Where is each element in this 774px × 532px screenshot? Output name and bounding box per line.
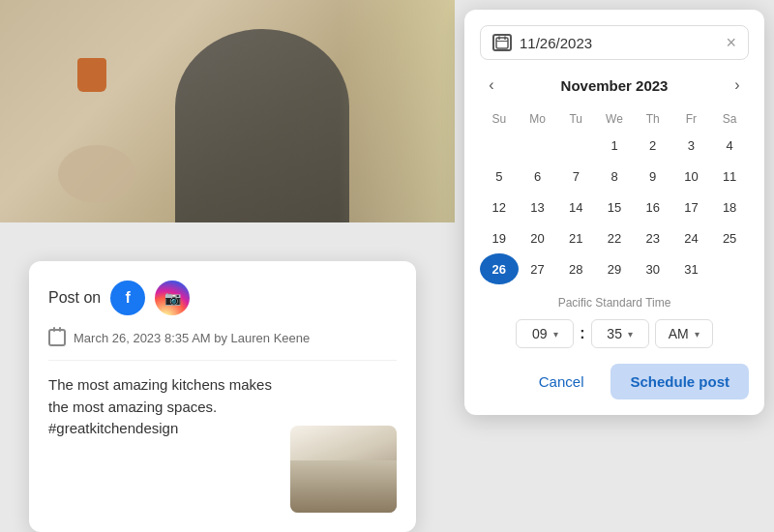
weekday-header: Su (480, 108, 519, 130)
calendar-day[interactable]: 6 (519, 161, 557, 192)
weekday-header: Mo (519, 108, 557, 130)
calendar-day[interactable]: 23 (634, 222, 672, 253)
calendar-day[interactable]: 3 (672, 130, 711, 161)
calendar-day[interactable]: 9 (634, 161, 672, 192)
calendar-small-icon (48, 329, 66, 346)
schedule-post-button[interactable]: Schedule post (610, 364, 749, 399)
calendar-day[interactable]: 13 (519, 192, 557, 222)
time-row: 09 ▾ : 35 ▾ AM ▾ (480, 319, 749, 348)
calendar-day[interactable]: 7 (556, 161, 595, 192)
calendar-day[interactable]: 5 (480, 161, 519, 192)
post-on-label: Post on (48, 289, 101, 307)
timezone-label: Pacific Standard Time (480, 296, 749, 310)
calendar-day[interactable]: 31 (672, 253, 711, 284)
selected-date-value: 11/26/2023 (520, 35, 592, 51)
weekday-header: Tu (556, 108, 595, 130)
calendar-day[interactable]: 24 (672, 222, 711, 253)
post-image-thumbnail (290, 426, 397, 513)
calendar-day[interactable]: 19 (480, 222, 519, 253)
facebook-icon[interactable]: f (110, 281, 145, 315)
action-row: Cancel Schedule post (480, 364, 749, 399)
calendar-day[interactable]: 30 (634, 253, 672, 284)
prev-month-button[interactable]: ‹ (480, 74, 503, 97)
hour-select[interactable]: 09 ▾ (516, 319, 574, 348)
next-month-button[interactable]: › (726, 74, 749, 97)
calendar-day[interactable]: 21 (556, 222, 595, 253)
calendar-day[interactable]: 17 (672, 192, 711, 222)
left-panel: Post on f 📷 March 26, 2023 8:35 AM by La… (0, 0, 455, 532)
close-button[interactable]: × (726, 34, 736, 51)
minute-chevron-icon: ▾ (628, 329, 633, 340)
calendar-panel: 11/26/2023 × ‹ November 2023 › SuMoTuWeT… (464, 10, 764, 415)
calendar-day[interactable]: 15 (595, 192, 634, 222)
post-date-text: March 26, 2023 8:35 AM by Lauren Keene (74, 331, 310, 345)
calendar-day[interactable]: 1 (595, 130, 634, 161)
calendar-grid: SuMoTuWeThFrSa 1234567891011121314151617… (480, 108, 749, 284)
calendar-day (556, 130, 595, 161)
time-colon: : (580, 325, 584, 342)
cancel-button[interactable]: Cancel (523, 366, 600, 398)
calendar-day[interactable]: 14 (556, 192, 595, 222)
calendar-day[interactable]: 4 (710, 130, 749, 161)
calendar-day[interactable]: 22 (595, 222, 634, 253)
month-nav: ‹ November 2023 › (480, 74, 749, 97)
calendar-day[interactable]: 12 (480, 192, 519, 222)
calendar-day[interactable]: 20 (519, 222, 557, 253)
weekday-header: Fr (672, 108, 711, 130)
calendar-day (710, 253, 749, 284)
post-on-row: Post on f 📷 (48, 281, 397, 315)
mug-decoration (77, 58, 106, 92)
calendar-day (519, 130, 557, 161)
minute-select[interactable]: 35 ▾ (591, 319, 649, 348)
calendar-day (480, 130, 519, 161)
calendar-day[interactable]: 16 (634, 192, 672, 222)
calendar-day[interactable]: 27 (519, 253, 557, 284)
hour-chevron-icon: ▾ (553, 329, 558, 340)
month-title: November 2023 (561, 77, 669, 94)
window-light (339, 0, 455, 222)
post-card: Post on f 📷 March 26, 2023 8:35 AM by La… (29, 261, 416, 532)
ampm-select[interactable]: AM ▾ (655, 319, 713, 348)
calendar-day[interactable]: 2 (634, 130, 672, 161)
svg-rect-0 (496, 38, 508, 48)
weekday-header: We (595, 108, 634, 130)
hero-photo (0, 0, 455, 222)
weekday-header: Sa (710, 108, 749, 130)
calendar-day[interactable]: 18 (710, 192, 749, 222)
calendar-day[interactable]: 28 (556, 253, 595, 284)
instagram-icon[interactable]: 📷 (155, 281, 190, 315)
weekday-header: Th (634, 108, 672, 130)
calendar-day[interactable]: 8 (595, 161, 634, 192)
date-row: March 26, 2023 8:35 AM by Lauren Keene (48, 329, 397, 361)
ampm-chevron-icon: ▾ (695, 329, 700, 340)
calendar-day[interactable]: 10 (672, 161, 711, 192)
calendar-day[interactable]: 26 (480, 253, 519, 284)
calendar-day[interactable]: 25 (710, 222, 749, 253)
calendar-icon (492, 34, 512, 51)
date-input-row: 11/26/2023 × (480, 25, 749, 60)
calendar-day[interactable]: 29 (595, 253, 634, 284)
calendar-day[interactable]: 11 (710, 161, 749, 192)
